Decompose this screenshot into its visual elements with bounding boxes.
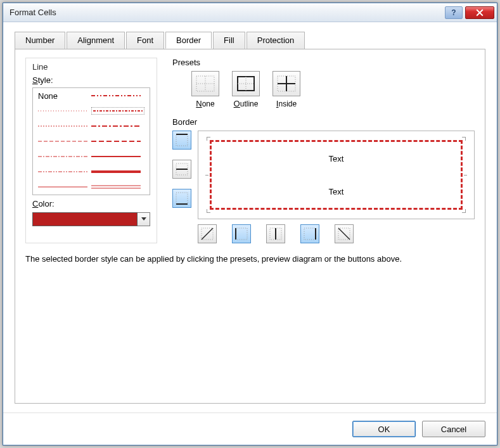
right-column: Presets None [172,58,475,243]
border-diag-up-icon [200,227,214,241]
border-horiz-inside-icon [175,162,189,176]
border-buttons-horizontal [198,224,475,243]
style-thick[interactable] [91,168,144,176]
tab-fill[interactable]: Fill [213,32,245,49]
style-dashdotdot[interactable] [38,168,91,176]
preset-none-icon [196,75,215,92]
client-area: Number Alignment Font Border Fill Protec… [3,22,497,413]
line-double-icon [91,184,141,189]
color-dropdown-button[interactable] [138,212,150,226]
preset-outline-label: Outline [234,99,259,108]
border-diag-down-button[interactable] [335,224,354,243]
close-icon [476,9,484,16]
preset-none-label: None [196,99,214,108]
style-none[interactable]: None [38,92,91,99]
line-dashed-icon [38,140,87,143]
line-dotted-icon [38,125,87,127]
line-dashdotdot-icon [38,170,87,173]
style-hairline[interactable] [38,107,91,115]
preset-inside-icon [277,75,296,92]
border-vert-inside-icon [269,227,283,241]
style-col-right [91,92,144,191]
preset-inside: Inside [272,71,300,108]
preview-wrap: Text Text [198,131,475,243]
presets-row: None Outline [191,71,475,108]
line-med-dashdotdot-icon [91,94,141,98]
svg-line-30 [202,228,213,240]
tab-number[interactable]: Number [15,32,65,49]
color-label: Color: [32,199,150,208]
preset-outline-button[interactable] [232,71,260,96]
columns: Line Style: None [25,58,475,243]
border-vert-inside-button[interactable] [266,224,285,243]
preview-cell-bottom: Text [212,175,461,208]
border-left-button[interactable] [232,224,251,243]
border-diag-up-button[interactable] [198,224,217,243]
window-title: Format Cells [10,8,445,17]
border-bottom-icon [175,191,189,205]
cancel-button[interactable]: Cancel [422,421,485,437]
border-section: Border [172,117,475,243]
mid-tick-left [205,175,208,176]
color-swatch [32,212,138,226]
tab-protection[interactable]: Protection [247,32,305,49]
border-right-button[interactable] [300,224,319,243]
style-list[interactable]: None [32,87,150,195]
tab-alignment[interactable]: Alignment [67,32,125,49]
svg-rect-27 [176,193,188,204]
chevron-down-icon [141,217,146,221]
line-group-label: Line [32,62,150,72]
border-tab-panel: Line Style: None [15,49,485,404]
svg-rect-31 [236,228,247,240]
preset-inside-button[interactable] [272,71,300,96]
border-area: Text Text [172,131,475,243]
line-hairline-icon [38,110,87,112]
mid-tick-right [464,175,467,176]
preview-cell-top: Text [212,142,461,175]
presets-label: Presets [172,58,475,67]
border-label: Border [172,117,475,127]
line-group: Line Style: None [25,58,157,243]
style-med-dashed[interactable] [91,138,144,145]
hint-text: The selected border style can be applied… [25,253,475,265]
line-medium-icon [91,155,141,158]
tab-border[interactable]: Border [165,32,212,49]
style-thin[interactable] [38,183,91,191]
dialog-footer: OK Cancel [3,413,497,445]
style-medium[interactable] [91,153,144,160]
border-bottom-button[interactable] [172,189,191,208]
line-med-dashdot-icon [91,124,141,128]
border-top-button[interactable] [172,131,191,150]
style-label: Style: [32,75,150,85]
border-top-icon [175,133,189,147]
style-slantdashdot[interactable] [91,107,144,115]
border-diag-down-icon [337,227,351,241]
border-horiz-inside-button[interactable] [172,160,191,179]
preset-inside-label: Inside [276,99,297,108]
preview-inner: Text Text [210,140,463,210]
style-dashed[interactable] [38,138,91,145]
format-cells-dialog: Format Cells ? Number Alignment Font Bor… [3,3,497,445]
close-button[interactable] [465,6,494,19]
line-thick-icon [91,169,141,174]
ok-button[interactable]: OK [352,421,416,437]
svg-rect-23 [176,134,188,146]
help-button[interactable]: ? [445,6,463,19]
border-buttons-vertical [172,131,191,243]
titlebar[interactable]: Format Cells ? [3,3,497,22]
tab-strip: Number Alignment Font Border Fill Protec… [15,32,485,49]
line-slantdashdot-icon [93,109,143,113]
style-med-dashdotdot[interactable] [91,92,144,99]
style-med-dashdot[interactable] [91,122,144,130]
tab-font[interactable]: Font [126,32,164,49]
style-dotted[interactable] [38,122,91,130]
border-preview[interactable]: Text Text [198,131,475,219]
preset-outline: Outline [232,71,260,108]
line-thin-icon [38,186,87,188]
preset-none-button[interactable] [191,71,219,96]
style-double[interactable] [91,183,144,191]
style-dashdot[interactable] [38,153,91,160]
line-dashdot-icon [38,155,87,158]
color-picker[interactable] [32,212,150,226]
line-med-dashed-icon [91,139,141,143]
